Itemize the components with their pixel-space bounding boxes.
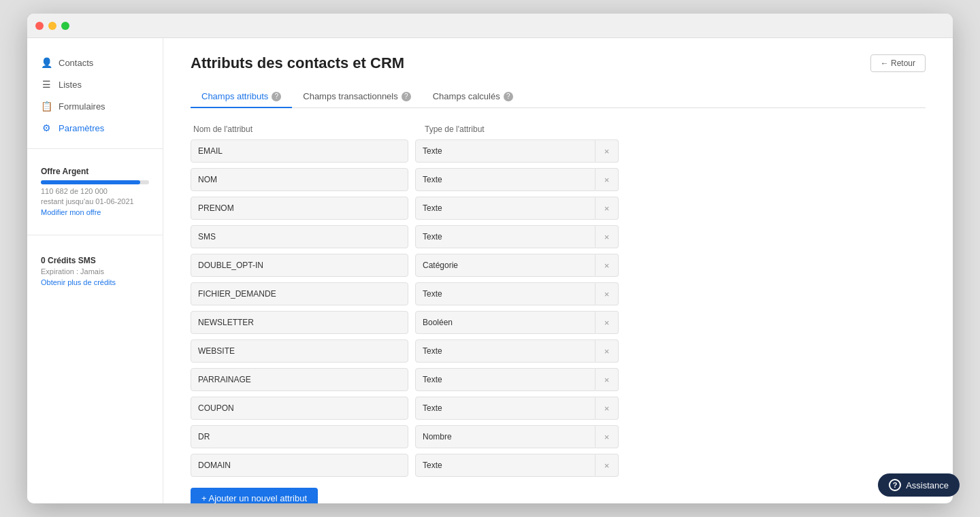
minimize-button[interactable] xyxy=(48,22,56,30)
table-row: × xyxy=(191,454,926,477)
parametres-icon: ⚙ xyxy=(41,122,52,133)
tabs-bar: Champs attributs?Champs transactionnels?… xyxy=(191,86,926,108)
tab-help-icon-champs-calcules: ? xyxy=(504,92,513,101)
attr-name-input-11[interactable] xyxy=(191,454,408,477)
sidebar-label-contacts: Contacts xyxy=(59,58,93,68)
attr-delete-3[interactable]: × xyxy=(595,225,619,248)
sidebar-label-parametres: Paramètres xyxy=(59,123,104,133)
attr-delete-1[interactable]: × xyxy=(595,168,619,191)
app-window: 👤 Contacts ☰ Listes 📋 Formulaires ⚙ Para… xyxy=(27,14,953,503)
back-button[interactable]: ← Retour xyxy=(870,54,926,72)
attr-type-input-3[interactable] xyxy=(415,225,595,248)
attr-type-input-10[interactable] xyxy=(415,425,595,448)
attr-type-input-11[interactable] xyxy=(415,454,595,477)
sidebar: 👤 Contacts ☰ Listes 📋 Formulaires ⚙ Para… xyxy=(27,38,163,503)
attr-type-wrap-4: × xyxy=(415,254,619,277)
attr-type-wrap-11: × xyxy=(415,454,619,477)
col-name-header: Nom de l'attribut xyxy=(193,124,411,134)
attributes-list: × × × × × × × xyxy=(191,139,926,477)
table-row: × xyxy=(191,282,926,305)
credits-section: 0 Crédits SMS Expiration : Jamais Obteni… xyxy=(27,248,163,295)
attr-name-input-9[interactable] xyxy=(191,397,408,420)
attr-name-input-0[interactable] xyxy=(191,139,408,163)
table-row: × xyxy=(191,311,926,334)
attr-type-input-1[interactable] xyxy=(415,168,595,191)
help-circle-icon: ? xyxy=(889,479,901,491)
attr-type-input-9[interactable] xyxy=(415,397,595,420)
table-row: × xyxy=(191,225,926,248)
sidebar-divider2 xyxy=(27,235,163,235)
attr-delete-8[interactable]: × xyxy=(595,368,619,391)
page-header: Attributs des contacts et CRM ← Retour xyxy=(191,54,926,72)
attr-delete-5[interactable]: × xyxy=(595,282,619,305)
attr-type-wrap-7: × xyxy=(415,339,619,363)
table-row: × xyxy=(191,197,926,220)
tab-champs-calcules[interactable]: Champs calculés? xyxy=(422,86,524,108)
attr-name-input-8[interactable] xyxy=(191,368,408,391)
tab-champs-attributs[interactable]: Champs attributs? xyxy=(191,86,292,108)
attr-name-input-3[interactable] xyxy=(191,225,408,248)
get-credits-link[interactable]: Obtenir plus de crédits xyxy=(41,278,116,286)
table-row: × xyxy=(191,139,926,163)
plan-section: Offre Argent 110 682 de 120 000 restant … xyxy=(27,159,163,225)
attr-type-wrap-0: × xyxy=(415,139,619,163)
table-row: × xyxy=(191,397,926,420)
attr-type-input-6[interactable] xyxy=(415,311,595,334)
sidebar-item-listes[interactable]: ☰ Listes xyxy=(27,73,163,95)
table-row: × xyxy=(191,339,926,363)
attr-type-input-7[interactable] xyxy=(415,339,595,363)
sidebar-item-contacts[interactable]: 👤 Contacts xyxy=(27,52,163,73)
attr-type-input-0[interactable] xyxy=(415,139,595,163)
table-row: × xyxy=(191,168,926,191)
attr-name-input-5[interactable] xyxy=(191,282,408,305)
fullscreen-button[interactable] xyxy=(61,22,69,30)
modify-plan-link[interactable]: Modifier mon offre xyxy=(41,208,101,216)
attr-name-input-4[interactable] xyxy=(191,254,408,277)
attr-name-input-10[interactable] xyxy=(191,425,408,448)
close-button[interactable] xyxy=(35,22,44,30)
attr-delete-0[interactable]: × xyxy=(595,139,619,163)
titlebar xyxy=(27,14,953,38)
attr-type-input-4[interactable] xyxy=(415,254,595,277)
attr-delete-10[interactable]: × xyxy=(595,425,619,448)
sidebar-label-listes: Listes xyxy=(59,80,82,90)
attr-type-input-5[interactable] xyxy=(415,282,595,305)
plan-title: Offre Argent xyxy=(41,167,149,176)
attr-type-wrap-9: × xyxy=(415,397,619,420)
attr-type-input-2[interactable] xyxy=(415,197,595,220)
sidebar-divider xyxy=(27,148,163,149)
attr-name-input-6[interactable] xyxy=(191,311,408,334)
attr-delete-7[interactable]: × xyxy=(595,339,619,363)
attr-type-input-8[interactable] xyxy=(415,368,595,391)
plan-bar-fill xyxy=(41,180,140,184)
attr-type-wrap-3: × xyxy=(415,225,619,248)
attr-type-wrap-10: × xyxy=(415,425,619,448)
attr-name-input-1[interactable] xyxy=(191,168,408,191)
credits-title: 0 Crédits SMS xyxy=(41,256,149,265)
attr-name-input-2[interactable] xyxy=(191,197,408,220)
tab-help-icon-champs-attributs: ? xyxy=(272,92,281,101)
tab-champs-transactionnels[interactable]: Champs transactionnels? xyxy=(292,86,421,108)
table-row: × xyxy=(191,368,926,391)
sidebar-label-formulaires: Formulaires xyxy=(59,101,105,112)
plan-bar-bg xyxy=(41,180,149,184)
attr-type-wrap-6: × xyxy=(415,311,619,334)
attr-delete-6[interactable]: × xyxy=(595,311,619,334)
sidebar-item-parametres[interactable]: ⚙ Paramètres xyxy=(27,117,163,139)
formulaires-icon: 📋 xyxy=(41,101,52,112)
table-row: × xyxy=(191,425,926,448)
attr-delete-9[interactable]: × xyxy=(595,397,619,420)
attr-name-input-7[interactable] xyxy=(191,339,408,363)
table-header: Nom de l'attribut Type de l'attribut xyxy=(191,124,926,134)
main-content: Attributs des contacts et CRM ← Retour C… xyxy=(163,38,953,503)
attr-type-wrap-2: × xyxy=(415,197,619,220)
assistance-button[interactable]: ? Assistance xyxy=(878,473,960,497)
tab-label-champs-calcules: Champs calculés xyxy=(433,91,500,101)
attr-type-wrap-8: × xyxy=(415,368,619,391)
attr-delete-4[interactable]: × xyxy=(595,254,619,277)
attr-delete-11[interactable]: × xyxy=(595,454,619,477)
add-attribute-button[interactable]: + Ajouter un nouvel attribut xyxy=(191,488,318,503)
attr-delete-2[interactable]: × xyxy=(595,197,619,220)
listes-icon: ☰ xyxy=(41,79,52,90)
sidebar-item-formulaires[interactable]: 📋 Formulaires xyxy=(27,95,163,117)
